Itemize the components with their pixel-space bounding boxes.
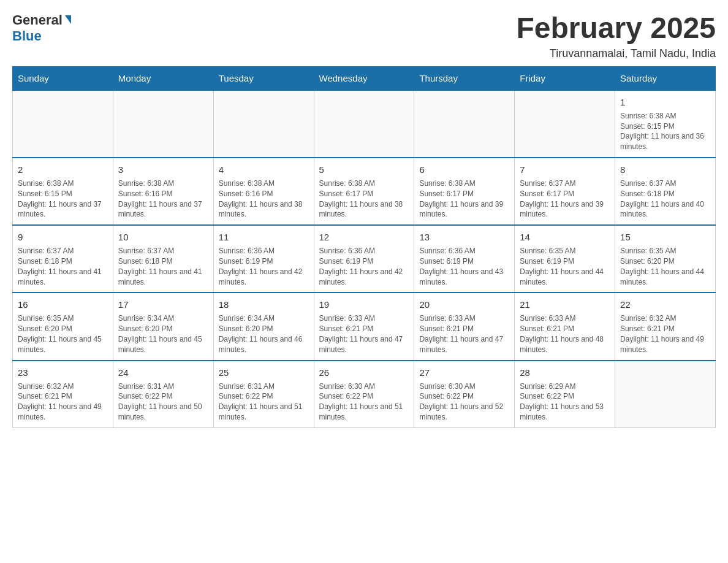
day-info: Sunset: 6:18 PM — [118, 256, 208, 267]
day-info: Sunrise: 6:33 AM — [319, 313, 409, 324]
day-number: 11 — [219, 231, 309, 243]
day-info: Sunrise: 6:37 AM — [620, 178, 710, 189]
day-number: 16 — [18, 298, 108, 311]
day-number: 23 — [18, 366, 108, 379]
day-info: Daylight: 11 hours and 46 minutes. — [219, 334, 309, 355]
calendar-cell: 24Sunrise: 6:31 AMSunset: 6:22 PMDayligh… — [113, 361, 213, 428]
day-info: Sunrise: 6:38 AM — [620, 111, 710, 121]
day-info: Sunrise: 6:37 AM — [18, 246, 108, 256]
calendar-cell — [615, 361, 716, 428]
day-info: Sunset: 6:15 PM — [18, 189, 108, 199]
page-header: General Blue February 2025 Tiruvannamala… — [12, 12, 716, 60]
calendar-week-5: 23Sunrise: 6:32 AMSunset: 6:21 PMDayligh… — [13, 361, 716, 428]
day-info: Daylight: 11 hours and 39 minutes. — [419, 199, 509, 220]
calendar-week-2: 2Sunrise: 6:38 AMSunset: 6:15 PMDaylight… — [13, 158, 716, 225]
day-info: Sunset: 6:17 PM — [319, 189, 409, 199]
logo: General Blue — [12, 12, 71, 44]
calendar-cell: 5Sunrise: 6:38 AMSunset: 6:17 PMDaylight… — [314, 158, 414, 225]
day-info: Sunrise: 6:38 AM — [319, 178, 409, 189]
calendar-cell: 21Sunrise: 6:33 AMSunset: 6:21 PMDayligh… — [515, 293, 615, 360]
day-info: Sunrise: 6:38 AM — [419, 178, 509, 189]
day-info: Sunrise: 6:33 AM — [520, 313, 610, 324]
day-info: Sunrise: 6:29 AM — [520, 381, 610, 392]
calendar-cell: 18Sunrise: 6:34 AMSunset: 6:20 PMDayligh… — [213, 293, 314, 360]
calendar-cell: 16Sunrise: 6:35 AMSunset: 6:20 PMDayligh… — [13, 293, 113, 360]
day-info: Sunset: 6:21 PM — [319, 324, 409, 334]
calendar-cell — [13, 90, 113, 158]
day-info: Sunset: 6:21 PM — [419, 324, 509, 334]
month-title: February 2025 — [516, 12, 716, 45]
day-number: 27 — [419, 366, 509, 379]
day-number: 14 — [520, 231, 610, 243]
calendar-header-row: Sunday Monday Tuesday Wednesday Thursday… — [13, 66, 716, 90]
calendar-cell: 6Sunrise: 6:38 AMSunset: 6:17 PMDaylight… — [414, 158, 515, 225]
day-info: Daylight: 11 hours and 47 minutes. — [319, 334, 409, 355]
day-info: Daylight: 11 hours and 49 minutes. — [18, 402, 108, 423]
day-info: Daylight: 11 hours and 51 minutes. — [219, 402, 309, 423]
day-info: Sunset: 6:19 PM — [520, 256, 610, 267]
day-info: Daylight: 11 hours and 40 minutes. — [620, 199, 710, 220]
day-number: 24 — [118, 366, 208, 379]
calendar-table: Sunday Monday Tuesday Wednesday Thursday… — [12, 66, 716, 428]
day-info: Sunrise: 6:30 AM — [419, 381, 509, 392]
header-saturday: Saturday — [615, 66, 716, 90]
calendar-cell: 4Sunrise: 6:38 AMSunset: 6:16 PMDaylight… — [213, 158, 314, 225]
day-info: Daylight: 11 hours and 42 minutes. — [219, 267, 309, 288]
day-info: Daylight: 11 hours and 48 minutes. — [520, 334, 610, 355]
day-info: Sunset: 6:16 PM — [219, 189, 309, 199]
calendar-cell — [414, 90, 515, 158]
day-info: Daylight: 11 hours and 37 minutes. — [18, 199, 108, 220]
header-friday: Friday — [515, 66, 615, 90]
day-info: Sunrise: 6:38 AM — [219, 178, 309, 189]
day-info: Daylight: 11 hours and 44 minutes. — [620, 267, 710, 288]
day-info: Daylight: 11 hours and 52 minutes. — [419, 402, 509, 423]
day-number: 18 — [219, 298, 309, 311]
calendar-cell: 26Sunrise: 6:30 AMSunset: 6:22 PMDayligh… — [314, 361, 414, 428]
day-info: Daylight: 11 hours and 39 minutes. — [520, 199, 610, 220]
calendar-cell: 9Sunrise: 6:37 AMSunset: 6:18 PMDaylight… — [13, 225, 113, 293]
day-number: 5 — [319, 163, 409, 176]
day-info: Sunset: 6:16 PM — [118, 189, 208, 199]
calendar-cell: 7Sunrise: 6:37 AMSunset: 6:17 PMDaylight… — [515, 158, 615, 225]
day-info: Daylight: 11 hours and 44 minutes. — [520, 267, 610, 288]
day-number: 20 — [419, 298, 509, 311]
day-number: 10 — [118, 231, 208, 243]
day-info: Sunrise: 6:31 AM — [118, 381, 208, 392]
location: Tiruvannamalai, Tamil Nadu, India — [516, 47, 716, 60]
day-info: Sunset: 6:18 PM — [18, 256, 108, 267]
calendar-cell: 25Sunrise: 6:31 AMSunset: 6:22 PMDayligh… — [213, 361, 314, 428]
day-info: Sunset: 6:19 PM — [419, 256, 509, 267]
calendar-cell: 28Sunrise: 6:29 AMSunset: 6:22 PMDayligh… — [515, 361, 615, 428]
calendar-cell: 19Sunrise: 6:33 AMSunset: 6:21 PMDayligh… — [314, 293, 414, 360]
calendar-cell: 15Sunrise: 6:35 AMSunset: 6:20 PMDayligh… — [615, 225, 716, 293]
day-info: Sunset: 6:20 PM — [18, 324, 108, 334]
day-info: Sunset: 6:18 PM — [620, 189, 710, 199]
day-info: Daylight: 11 hours and 41 minutes. — [18, 267, 108, 288]
day-info: Daylight: 11 hours and 45 minutes. — [18, 334, 108, 355]
calendar-cell: 11Sunrise: 6:36 AMSunset: 6:19 PMDayligh… — [213, 225, 314, 293]
day-info: Sunrise: 6:35 AM — [18, 313, 108, 324]
calendar-cell: 23Sunrise: 6:32 AMSunset: 6:21 PMDayligh… — [13, 361, 113, 428]
header-wednesday: Wednesday — [314, 66, 414, 90]
day-number: 3 — [118, 163, 208, 176]
day-number: 7 — [520, 163, 610, 176]
day-info: Daylight: 11 hours and 51 minutes. — [319, 402, 409, 423]
day-number: 12 — [319, 231, 409, 243]
day-info: Sunrise: 6:36 AM — [219, 246, 309, 256]
day-number: 6 — [419, 163, 509, 176]
header-monday: Monday — [113, 66, 213, 90]
calendar-cell — [314, 90, 414, 158]
calendar-cell: 8Sunrise: 6:37 AMSunset: 6:18 PMDaylight… — [615, 158, 716, 225]
calendar-cell: 17Sunrise: 6:34 AMSunset: 6:20 PMDayligh… — [113, 293, 213, 360]
day-info: Sunset: 6:17 PM — [520, 189, 610, 199]
day-number: 28 — [520, 366, 610, 379]
day-info: Sunrise: 6:37 AM — [118, 246, 208, 256]
day-info: Sunrise: 6:34 AM — [118, 313, 208, 324]
day-info: Sunset: 6:22 PM — [419, 391, 509, 402]
day-info: Sunrise: 6:33 AM — [419, 313, 509, 324]
day-number: 8 — [620, 163, 710, 176]
day-info: Daylight: 11 hours and 36 minutes. — [620, 131, 710, 152]
day-number: 19 — [319, 298, 409, 311]
calendar-week-4: 16Sunrise: 6:35 AMSunset: 6:20 PMDayligh… — [13, 293, 716, 360]
calendar-cell: 27Sunrise: 6:30 AMSunset: 6:22 PMDayligh… — [414, 361, 515, 428]
